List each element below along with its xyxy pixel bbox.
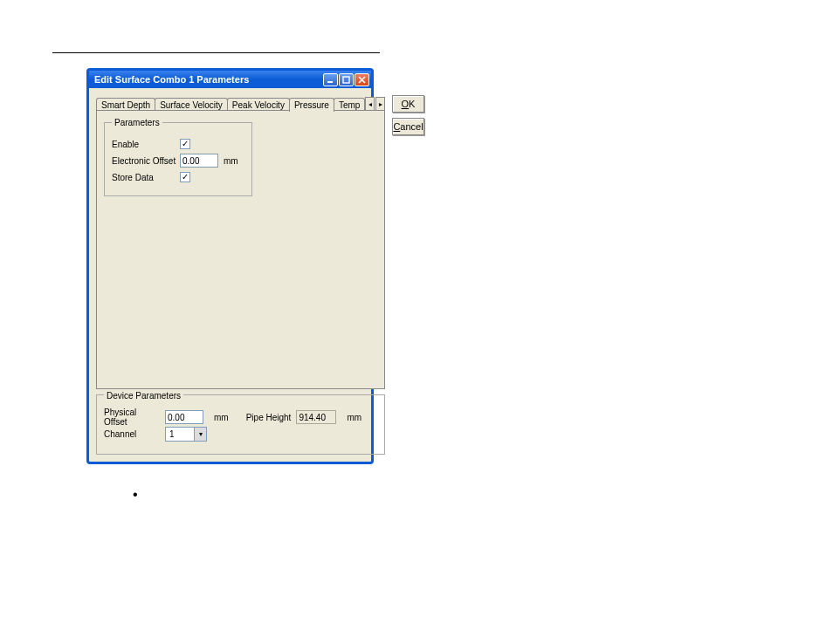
dialog-window: Edit Surface Combo 1 Parameters [87, 69, 373, 463]
electronic-offset-unit: mm [224, 156, 238, 166]
store-data-checkbox[interactable]: ✓ [180, 172, 190, 182]
tabs-row: Smart Depth Surface Velocity Peak Veloci… [96, 95, 385, 111]
tab-pressure[interactable]: Pressure [289, 98, 334, 112]
window-title: Edit Surface Combo 1 Parameters [94, 74, 323, 85]
pipe-height-label: Pipe Height [246, 413, 292, 422]
channel-value: 1 [169, 429, 175, 439]
bullet-dot: • [133, 488, 145, 502]
tab-panel-pressure: Parameters Enable ✓ Electronic Offset mm [96, 110, 385, 389]
maximize-button[interactable] [339, 73, 354, 86]
device-parameters-group: Device Parameters Physical Offset mm Pip… [96, 394, 385, 455]
electronic-offset-input[interactable] [180, 154, 218, 168]
parameters-legend: Parameters [112, 118, 162, 127]
device-parameters-legend: Device Parameters [104, 391, 183, 401]
electronic-offset-label: Electronic Offset [112, 156, 180, 166]
tab-scroll-right[interactable]: ▸ [375, 97, 385, 111]
cancel-button[interactable]: Cancel [392, 118, 423, 135]
channel-label: Channel [104, 429, 160, 439]
tab-scroll-left[interactable]: ◂ [365, 97, 375, 111]
physical-offset-unit: mm [214, 413, 229, 422]
chevron-down-icon: ▾ [194, 428, 206, 441]
physical-offset-label: Physical Offset [104, 408, 160, 427]
pipe-height-unit: mm [347, 413, 361, 422]
tab-temp[interactable]: Temp [334, 98, 365, 111]
store-data-label: Store Data [112, 173, 180, 182]
top-rule [52, 52, 380, 53]
pipe-height-readonly [296, 410, 336, 424]
minimize-button[interactable] [323, 73, 338, 86]
svg-rect-0 [327, 81, 333, 83]
channel-select[interactable]: 1 ▾ [165, 427, 207, 442]
tab-peak-velocity[interactable]: Peak Velocity [227, 98, 290, 111]
enable-checkbox[interactable]: ✓ [180, 139, 190, 149]
svg-rect-1 [343, 77, 349, 83]
close-button[interactable] [355, 73, 369, 86]
tab-smart-depth[interactable]: Smart Depth [96, 98, 155, 111]
physical-offset-input[interactable] [165, 410, 203, 424]
enable-label: Enable [112, 140, 180, 149]
bullet-paragraph: • [133, 488, 781, 502]
titlebar[interactable]: Edit Surface Combo 1 Parameters [89, 71, 371, 88]
parameters-group: Parameters Enable ✓ Electronic Offset mm [104, 118, 252, 196]
ok-button[interactable]: OK [392, 95, 423, 113]
tab-surface-velocity[interactable]: Surface Velocity [155, 98, 228, 111]
